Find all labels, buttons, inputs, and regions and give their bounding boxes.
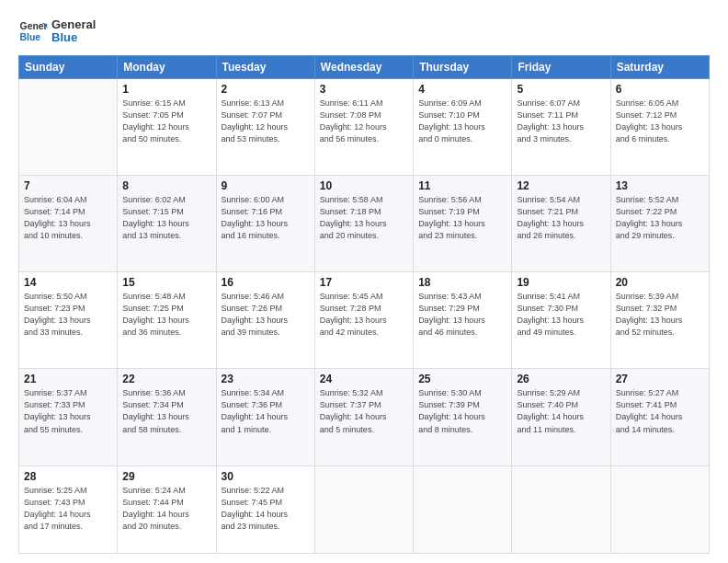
calendar-cell: 7Sunrise: 6:04 AMSunset: 7:14 PMDaylight… (19, 176, 118, 272)
sun-info: Sunrise: 5:37 AMSunset: 7:33 PMDaylight:… (24, 387, 112, 435)
day-number: 9 (222, 179, 310, 192)
calendar-cell: 21Sunrise: 5:37 AMSunset: 7:33 PMDayligh… (19, 369, 118, 465)
sun-info: Sunrise: 5:54 AMSunset: 7:21 PMDaylight:… (517, 194, 605, 242)
calendar-cell: 6Sunrise: 6:05 AMSunset: 7:12 PMDaylight… (610, 79, 709, 176)
calendar-cell: 1Sunrise: 6:15 AMSunset: 7:05 PMDaylight… (118, 79, 216, 176)
calendar-cell: 25Sunrise: 5:30 AMSunset: 7:39 PMDayligh… (414, 369, 512, 465)
sun-info: Sunrise: 6:11 AMSunset: 7:08 PMDaylight:… (320, 98, 408, 145)
calendar-cell: 20Sunrise: 5:39 AMSunset: 7:32 PMDayligh… (610, 272, 709, 369)
day-number: 6 (616, 83, 704, 96)
day-number: 30 (222, 470, 310, 483)
calendar-cell (610, 465, 709, 554)
day-number: 26 (517, 373, 605, 385)
weekday-header-tuesday: Tuesday (216, 56, 314, 79)
sun-info: Sunrise: 6:15 AMSunset: 7:05 PMDaylight:… (122, 98, 210, 145)
calendar-cell: 24Sunrise: 5:32 AMSunset: 7:37 PMDayligh… (314, 369, 413, 465)
day-number: 4 (418, 83, 506, 96)
day-number: 2 (222, 83, 310, 96)
day-number: 28 (24, 470, 112, 483)
weekday-header-monday: Monday (118, 56, 216, 79)
day-number: 23 (222, 373, 310, 385)
calendar-cell: 26Sunrise: 5:29 AMSunset: 7:40 PMDayligh… (512, 369, 610, 465)
week-row-1: 1Sunrise: 6:15 AMSunset: 7:05 PMDaylight… (19, 79, 710, 176)
calendar-cell: 18Sunrise: 5:43 AMSunset: 7:29 PMDayligh… (414, 272, 512, 369)
calendar-cell: 5Sunrise: 6:07 AMSunset: 7:11 PMDaylight… (512, 79, 610, 176)
calendar-cell: 2Sunrise: 6:13 AMSunset: 7:07 PMDaylight… (216, 79, 314, 176)
calendar-cell: 9Sunrise: 6:00 AMSunset: 7:16 PMDaylight… (216, 176, 314, 272)
calendar-cell: 30Sunrise: 5:22 AMSunset: 7:45 PMDayligh… (216, 465, 314, 554)
day-number: 25 (418, 373, 506, 385)
sun-info: Sunrise: 5:52 AMSunset: 7:22 PMDaylight:… (616, 194, 704, 242)
calendar-cell: 10Sunrise: 5:58 AMSunset: 7:18 PMDayligh… (314, 176, 413, 272)
day-number: 17 (320, 276, 408, 289)
day-number: 18 (418, 276, 506, 289)
calendar-cell: 22Sunrise: 5:36 AMSunset: 7:34 PMDayligh… (118, 369, 216, 465)
sun-info: Sunrise: 5:45 AMSunset: 7:28 PMDaylight:… (320, 291, 408, 339)
day-number: 27 (616, 373, 704, 385)
day-number: 20 (616, 276, 704, 289)
day-number: 11 (418, 179, 506, 192)
calendar-cell (414, 465, 512, 554)
sun-info: Sunrise: 6:04 AMSunset: 7:14 PMDaylight:… (24, 194, 112, 242)
calendar-cell (19, 79, 118, 176)
calendar-cell: 14Sunrise: 5:50 AMSunset: 7:23 PMDayligh… (19, 272, 118, 369)
weekday-header-friday: Friday (512, 56, 610, 79)
sun-info: Sunrise: 5:27 AMSunset: 7:41 PMDaylight:… (616, 387, 704, 435)
sun-info: Sunrise: 5:36 AMSunset: 7:34 PMDaylight:… (122, 387, 210, 435)
sun-info: Sunrise: 5:32 AMSunset: 7:37 PMDaylight:… (320, 387, 408, 435)
calendar-cell: 4Sunrise: 6:09 AMSunset: 7:10 PMDaylight… (414, 79, 512, 176)
week-row-2: 7Sunrise: 6:04 AMSunset: 7:14 PMDaylight… (19, 176, 710, 272)
weekday-header-sunday: Sunday (19, 56, 118, 79)
sun-info: Sunrise: 5:56 AMSunset: 7:19 PMDaylight:… (418, 194, 506, 242)
day-number: 7 (24, 179, 112, 192)
weekday-header-row: SundayMondayTuesdayWednesdayThursdayFrid… (19, 56, 710, 79)
sun-info: Sunrise: 5:29 AMSunset: 7:40 PMDaylight:… (517, 387, 605, 435)
calendar-cell: 13Sunrise: 5:52 AMSunset: 7:22 PMDayligh… (610, 176, 709, 272)
sun-info: Sunrise: 5:25 AMSunset: 7:43 PMDaylight:… (24, 485, 112, 533)
calendar-cell: 3Sunrise: 6:11 AMSunset: 7:08 PMDaylight… (314, 79, 413, 176)
sun-info: Sunrise: 5:39 AMSunset: 7:32 PMDaylight:… (616, 291, 704, 339)
calendar-cell: 29Sunrise: 5:24 AMSunset: 7:44 PMDayligh… (118, 465, 216, 554)
sun-info: Sunrise: 6:00 AMSunset: 7:16 PMDaylight:… (222, 194, 310, 242)
day-number: 13 (616, 179, 704, 192)
svg-text:Blue: Blue (20, 32, 41, 42)
sun-info: Sunrise: 5:41 AMSunset: 7:30 PMDaylight:… (517, 291, 605, 339)
header: General Blue General Blue (18, 17, 710, 46)
calendar-cell: 17Sunrise: 5:45 AMSunset: 7:28 PMDayligh… (314, 272, 413, 369)
calendar-cell (314, 465, 413, 554)
sun-info: Sunrise: 5:22 AMSunset: 7:45 PMDaylight:… (222, 485, 310, 533)
sun-info: Sunrise: 5:50 AMSunset: 7:23 PMDaylight:… (24, 291, 112, 339)
sun-info: Sunrise: 6:07 AMSunset: 7:11 PMDaylight:… (517, 98, 605, 145)
sun-info: Sunrise: 6:05 AMSunset: 7:12 PMDaylight:… (616, 98, 704, 145)
sun-info: Sunrise: 6:02 AMSunset: 7:15 PMDaylight:… (122, 194, 210, 242)
day-number: 5 (517, 83, 605, 96)
sun-info: Sunrise: 5:34 AMSunset: 7:36 PMDaylight:… (222, 387, 310, 435)
calendar-cell (512, 465, 610, 554)
day-number: 22 (122, 373, 210, 385)
sun-info: Sunrise: 5:48 AMSunset: 7:25 PMDaylight:… (122, 291, 210, 339)
weekday-header-saturday: Saturday (610, 56, 709, 79)
day-number: 3 (320, 83, 408, 96)
day-number: 10 (320, 179, 408, 192)
sun-info: Sunrise: 5:46 AMSunset: 7:26 PMDaylight:… (222, 291, 310, 339)
day-number: 19 (517, 276, 605, 289)
sun-info: Sunrise: 6:09 AMSunset: 7:10 PMDaylight:… (418, 98, 506, 145)
logo-icon: General Blue (18, 17, 48, 46)
day-number: 16 (222, 276, 310, 289)
day-number: 1 (122, 83, 210, 96)
weekday-header-thursday: Thursday (414, 56, 512, 79)
day-number: 24 (320, 373, 408, 385)
sun-info: Sunrise: 5:24 AMSunset: 7:44 PMDaylight:… (122, 485, 210, 533)
calendar-cell: 15Sunrise: 5:48 AMSunset: 7:25 PMDayligh… (118, 272, 216, 369)
calendar-cell: 27Sunrise: 5:27 AMSunset: 7:41 PMDayligh… (610, 369, 709, 465)
calendar-cell: 16Sunrise: 5:46 AMSunset: 7:26 PMDayligh… (216, 272, 314, 369)
logo-blue: Blue (51, 31, 96, 44)
calendar-table: SundayMondayTuesdayWednesdayThursdayFrid… (18, 55, 710, 554)
week-row-5: 28Sunrise: 5:25 AMSunset: 7:43 PMDayligh… (19, 465, 710, 554)
calendar-cell: 23Sunrise: 5:34 AMSunset: 7:36 PMDayligh… (216, 369, 314, 465)
page: General Blue General Blue SundayMondayTu… (0, 0, 728, 563)
day-number: 29 (122, 470, 210, 483)
logo: General Blue General Blue (18, 17, 96, 46)
day-number: 8 (122, 179, 210, 192)
sun-info: Sunrise: 5:43 AMSunset: 7:29 PMDaylight:… (418, 291, 506, 339)
